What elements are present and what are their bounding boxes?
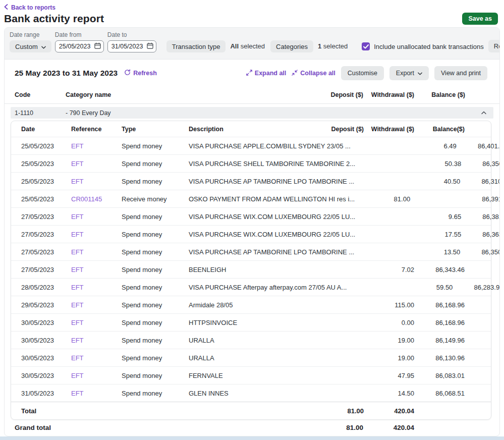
cell-date: 25/05/2023 [21, 160, 71, 168]
chevron-left-icon [4, 4, 8, 11]
table-row: 25/05/2023 EFT Spend money VISA PURCHASE… [11, 172, 491, 190]
cell-description: HTTPSINVOICE [189, 319, 308, 326]
cell-description: BEENLEIGH [189, 266, 308, 273]
col-withdrawal: Withdrawal ($) [363, 91, 414, 98]
view-and-print-button[interactable]: View and print [434, 66, 487, 80]
cell-balance: 86,381.53 [461, 213, 500, 221]
date-range-dropdown[interactable]: Custom [10, 40, 51, 52]
cell-balance: 86,310.18 [460, 178, 500, 185]
cell-balance: 86,350.68 [461, 160, 500, 168]
cell-type: Receive money [122, 195, 189, 203]
reference-link[interactable]: EFT [71, 231, 122, 238]
grand-total-withdrawal: 420.04 [363, 424, 414, 431]
reference-link[interactable]: EFT [71, 372, 122, 379]
save-as-button[interactable]: Save as [462, 13, 498, 25]
table-row: 30/05/2023 EFT Spend money FERNVALE 47.9… [11, 366, 491, 384]
cell-withdrawal: 19.00 [364, 337, 414, 344]
reference-link[interactable]: EFT [71, 284, 122, 291]
cell-withdrawal: 19.00 [364, 354, 414, 362]
cell-withdrawal: 40.50 [410, 178, 460, 185]
collapse-group-chevron-icon[interactable] [481, 111, 486, 115]
table-row: 25/05/2023 CR001145 Receive money OSKO P… [11, 190, 491, 207]
cell-withdrawal: 115.00 [364, 301, 414, 309]
cell-deposit: 81.00 [355, 195, 410, 203]
collapse-icon [292, 70, 298, 77]
date-from-field: Date from [55, 31, 104, 52]
cell-description: GLEN INNES [189, 390, 308, 397]
cell-balance: 86,149.96 [414, 337, 465, 344]
table-row: 27/05/2023 EFT Spend money BEENLEIGH 7.0… [11, 260, 491, 278]
cell-withdrawal: 59.50 [402, 284, 453, 291]
reference-link[interactable]: EFT [71, 354, 122, 362]
refresh-button[interactable]: Refresh [124, 69, 157, 77]
cell-withdrawal: 47.95 [364, 372, 414, 379]
reference-link[interactable]: EFT [71, 160, 122, 168]
table-row: 29/05/2023 EFT Spend money Armidale 28/0… [11, 296, 491, 313]
date-range-field: Date range Custom [10, 31, 51, 52]
cell-description: OSKO PAYMENT FROM ADAM WELLINGTON HI res… [189, 195, 355, 203]
col-description: Description [189, 126, 308, 133]
categories-button[interactable]: Categories [270, 40, 313, 52]
cell-withdrawal: 17.55 [411, 231, 461, 238]
col-withdrawal: Withdrawal ($) [364, 126, 414, 133]
reference-link[interactable]: EFT [71, 337, 122, 344]
col-deposit: Deposit ($) [308, 126, 364, 133]
date-range-label: Date range [10, 31, 51, 38]
cell-type: Spend money [122, 390, 189, 397]
reference-link[interactable]: EFT [71, 319, 122, 326]
report-options-button[interactable]: Report options [488, 40, 500, 52]
reference-link[interactable]: EFT [71, 248, 122, 256]
cell-balance: 86,168.96 [414, 319, 465, 326]
reference-link[interactable]: CR001145 [71, 195, 122, 203]
expand-all-button[interactable]: Expand all [246, 70, 287, 77]
calendar-icon[interactable] [94, 42, 101, 50]
cell-type: Spend money [122, 301, 189, 309]
total-label: Total [21, 407, 71, 415]
cell-description: VISA PURCHASE APPLE.COM/BILL SYDNEY 23/0… [189, 142, 351, 150]
reference-link[interactable]: EFT [71, 266, 122, 273]
reference-link[interactable]: EFT [71, 301, 122, 309]
grand-total-row: Grand total 81.00 420.04 [5, 420, 499, 436]
cell-date: 27/05/2023 [21, 231, 71, 238]
cell-withdrawal: 13.50 [410, 248, 460, 256]
account-group-row[interactable]: 1-1110 - 790 Every Day [11, 107, 493, 119]
cell-type: Spend money [122, 160, 189, 168]
cell-description: VISA PURCHASE AP TAMBORINE LPO TAMBORINE… [189, 178, 354, 185]
reference-link[interactable]: EFT [71, 142, 122, 150]
cell-description: URALLA [189, 337, 308, 344]
group-name: - 790 Every Day [66, 109, 481, 117]
include-unallocated-toggle[interactable]: Include unallocated bank transactions [362, 42, 484, 50]
date-to-input[interactable] [111, 43, 145, 50]
transactions-card: Date Reference Type Description Deposit … [11, 121, 491, 420]
page-title: Bank activity report [4, 13, 104, 25]
cell-type: Spend money [122, 213, 189, 221]
transaction-type-button[interactable]: Transaction type [166, 40, 226, 52]
reference-link[interactable]: EFT [71, 213, 122, 221]
table-row: 27/05/2023 EFT Spend money VISA PURCHASE… [11, 207, 491, 225]
customise-button[interactable]: Customise [341, 66, 384, 80]
total-withdrawal: 420.04 [364, 407, 414, 415]
calendar-icon[interactable] [147, 42, 153, 50]
cell-date: 30/05/2023 [21, 354, 71, 362]
cell-date: 30/05/2023 [21, 319, 71, 326]
back-to-reports-link[interactable]: Back to reports [4, 4, 55, 11]
cell-type: Spend money [122, 372, 189, 379]
transactions-rows: 25/05/2023 EFT Spend money VISA PURCHASE… [11, 137, 491, 402]
reference-link[interactable]: EFT [71, 178, 122, 185]
chevron-down-icon [41, 43, 46, 50]
col-category-name: Category name [66, 91, 313, 98]
reference-link[interactable]: EFT [71, 390, 122, 397]
cell-description: FERNVALE [189, 372, 308, 379]
date-from-input[interactable] [59, 43, 92, 50]
cell-type: Spend money [122, 248, 189, 256]
export-button[interactable]: Export [389, 66, 429, 80]
cell-date: 27/05/2023 [21, 248, 71, 256]
collapse-all-button[interactable]: Collapse all [292, 70, 335, 77]
date-from-label: Date from [55, 31, 104, 38]
table-row: 27/05/2023 EFT Spend money VISA PURCHASE… [11, 243, 491, 260]
cell-withdrawal: 6.49 [406, 142, 457, 150]
cell-date: 25/05/2023 [21, 195, 71, 203]
cell-balance: 86,168.96 [414, 301, 465, 309]
col-type: Type [122, 126, 189, 133]
report-toolbar: 25 May 2023 to 31 May 2023 Refresh Expan… [5, 60, 499, 85]
